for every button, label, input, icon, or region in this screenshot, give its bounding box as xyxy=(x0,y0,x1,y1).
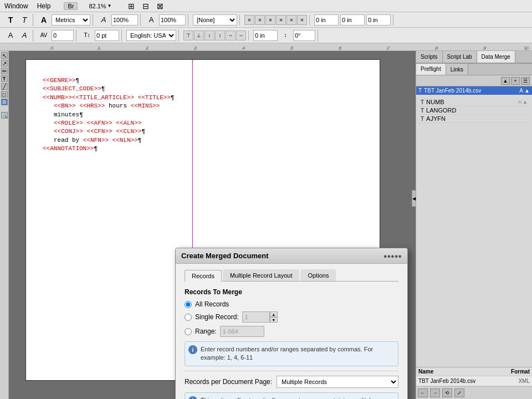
angle-input[interactable] xyxy=(293,30,315,41)
right-1[interactable] xyxy=(253,30,278,41)
tab-preflight[interactable]: Preflight xyxy=(416,64,446,75)
font-size-icon[interactable]: A xyxy=(98,14,110,26)
baseline-icon[interactable]: A xyxy=(4,29,17,42)
records-per-page-select[interactable]: Multiple Records Single Record xyxy=(277,376,398,388)
align-section2: ⊤ ⊥ ↕ ↕ ↔ ↔ xyxy=(181,30,249,40)
spacing-1[interactable] xyxy=(314,14,339,25)
tracking-icon[interactable]: AV xyxy=(38,29,50,42)
align2-2[interactable]: ⊥ xyxy=(194,30,204,40)
preflight-filename: TBT JanFeb 2014b.csv xyxy=(418,378,518,384)
align-right[interactable]: ≡ xyxy=(265,15,275,25)
metrics-select[interactable]: Metrics xyxy=(52,14,90,25)
tool-direct[interactable]: ↗ xyxy=(1,60,8,66)
size-value[interactable] xyxy=(95,30,119,41)
align2-3[interactable]: ↕ xyxy=(204,30,214,40)
baseline2-icon[interactable]: A xyxy=(18,29,30,42)
stepper-down[interactable]: ▼ xyxy=(270,317,278,323)
tool-type[interactable]: T xyxy=(1,75,8,82)
spacing-section xyxy=(312,14,393,25)
radio-all-row: All Records xyxy=(185,300,398,308)
tracking-value[interactable] xyxy=(52,30,74,41)
right-icon[interactable]: ↕ xyxy=(279,29,291,42)
info-box-1: i Enter record numbers and/or ranges sep… xyxy=(185,341,398,366)
dm-field-numb: T NUMB A ▲ xyxy=(418,98,530,106)
none-select[interactable]: [None] xyxy=(193,14,237,25)
tool-T[interactable]: T xyxy=(4,14,17,26)
panel-menu-btn[interactable]: ☰ xyxy=(521,77,530,85)
size2-section: A xyxy=(143,14,188,26)
radio-range-label[interactable]: Range: xyxy=(195,328,217,335)
bottom-btn-4[interactable]: ⤢ xyxy=(454,388,464,397)
align2-6[interactable]: ↔ xyxy=(236,30,246,40)
panel-tabs: Scripts Script Lab Data Merge xyxy=(416,51,532,63)
tool-select[interactable]: ↖ xyxy=(1,52,8,59)
tool2-right: ↕ xyxy=(251,29,318,42)
radio-single-label[interactable]: Single Record: xyxy=(195,313,239,321)
svg-text:9: 9 xyxy=(484,45,487,50)
spacing-2[interactable] xyxy=(340,14,365,25)
radio-range[interactable] xyxy=(185,328,192,335)
ruler: 0 1 2 3 4 5 6 7 8 9 10 xyxy=(0,43,532,51)
align-left[interactable]: ≡ xyxy=(244,15,254,25)
tab-script-lab[interactable]: Script Lab xyxy=(443,51,477,63)
font-size-input-2[interactable] xyxy=(159,14,186,25)
svg-text:6: 6 xyxy=(339,45,342,50)
bottom-btn-2[interactable]: → xyxy=(430,388,440,397)
tab-links[interactable]: Links xyxy=(446,64,468,75)
icon-3[interactable]: ⊠ xyxy=(154,0,166,12)
svg-text:1: 1 xyxy=(98,45,101,50)
bottom-btn-1[interactable]: ← xyxy=(418,388,428,397)
lang-select[interactable]: English: USA xyxy=(126,30,176,41)
size-icon[interactable]: T↕ xyxy=(81,29,93,42)
data-merge-content: T NUMB A ▲ T LANGORD T AJYFN xyxy=(416,96,532,367)
align2-5[interactable]: ↔ xyxy=(226,30,236,40)
stepper-up[interactable]: ▲ xyxy=(270,311,278,317)
align2-4[interactable]: ↕ xyxy=(215,30,225,40)
br-button[interactable]: Br xyxy=(64,2,78,10)
preflight-format-col: Format xyxy=(511,369,530,375)
divider-1 xyxy=(185,371,398,371)
dialog-body: Records Multiple Record Layout Options R… xyxy=(176,264,407,399)
tab-records[interactable]: Records xyxy=(185,270,222,282)
icon-1[interactable]: ⊞ xyxy=(125,0,137,12)
single-value-input[interactable] xyxy=(242,311,270,323)
tool2-lang: English: USA xyxy=(124,30,179,41)
panel-sort-btn[interactable]: ▲ xyxy=(501,77,510,85)
tool-T-italic[interactable]: T xyxy=(18,14,30,26)
bottom-btn-3[interactable]: ⟲ xyxy=(442,388,452,397)
zoom-control[interactable]: 82.1% ▼ xyxy=(89,3,111,9)
menu-help[interactable]: Help xyxy=(37,2,51,10)
tab-scripts[interactable]: Scripts xyxy=(416,51,443,63)
align-justify2[interactable]: ≡ xyxy=(287,15,296,25)
align-center[interactable]: ≡ xyxy=(255,15,265,25)
tab-multiple-record[interactable]: Multiple Record Layout xyxy=(223,269,300,281)
svg-text:7: 7 xyxy=(387,45,390,50)
align-justify[interactable]: ≡ xyxy=(276,15,286,25)
tool-line[interactable]: ╱ xyxy=(1,83,8,90)
align-justify3[interactable]: ≡ xyxy=(297,15,307,25)
panel-add-btn[interactable]: + xyxy=(511,77,520,85)
radio-all-records[interactable] xyxy=(185,301,192,308)
panel-tabs-2: Preflight Links xyxy=(416,63,532,75)
spacing-3[interactable] xyxy=(366,14,391,25)
file-expand[interactable]: A ▲ xyxy=(519,88,530,94)
radio-all-label[interactable]: All Records xyxy=(195,300,229,308)
radio-single-record[interactable] xyxy=(185,314,192,321)
tool-rect[interactable]: □ xyxy=(1,91,8,98)
field-name-langord: LANGORD xyxy=(426,107,456,114)
tool2-spacing: AV xyxy=(35,29,76,42)
tab-data-merge[interactable]: Data Merge xyxy=(477,51,515,63)
tool-zoom[interactable]: 🔍 xyxy=(1,112,8,119)
font-icon[interactable]: A xyxy=(38,14,50,26)
align2-1[interactable]: ⊤ xyxy=(183,30,193,40)
tab-options[interactable]: Options xyxy=(300,269,336,281)
tool-pen[interactable]: ✏ xyxy=(1,68,8,74)
icon-2[interactable]: ⊟ xyxy=(140,0,152,12)
field-name-numb: NUMB xyxy=(426,99,444,105)
range-value-input[interactable] xyxy=(220,326,264,337)
font-size-input-1[interactable] xyxy=(111,14,138,25)
font-size2-icon[interactable]: A xyxy=(145,14,157,26)
menu-window[interactable]: Window xyxy=(4,2,28,10)
tool-active[interactable]: ⊞ xyxy=(1,99,8,105)
zoom-arrow[interactable]: ▼ xyxy=(108,3,112,8)
